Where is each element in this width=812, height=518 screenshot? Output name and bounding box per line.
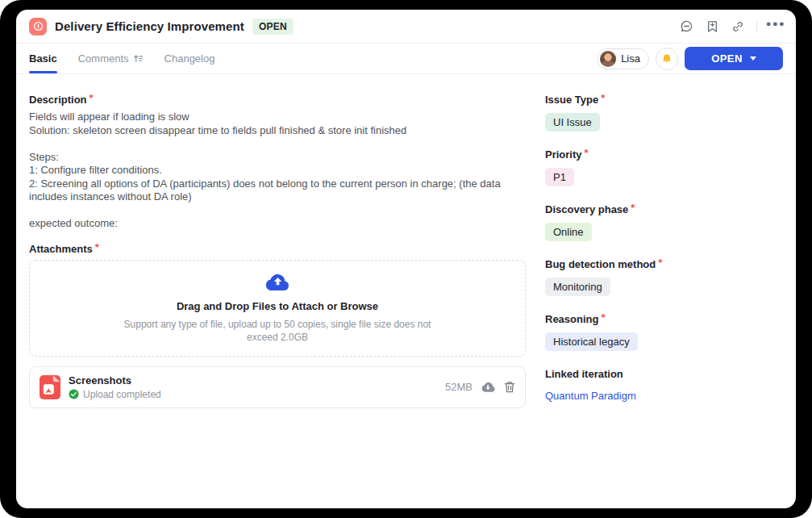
delete-icon[interactable]: [504, 381, 515, 393]
field-block: Priority * P1: [545, 148, 783, 186]
tab-bar-right: Lisa OPEN: [597, 47, 783, 70]
required-asterisk: *: [585, 148, 589, 158]
field-block: Bug detection method * Monitoring: [545, 258, 783, 296]
required-asterisk: *: [601, 93, 605, 103]
issue-body: Description * Fields will appear if load…: [16, 74, 796, 432]
tab-changelog[interactable]: Changelog: [164, 44, 215, 73]
attachments-label: Attachments: [29, 243, 93, 255]
description-label: Description: [29, 94, 87, 106]
tab-basic[interactable]: Basic: [29, 44, 57, 73]
header-actions: ●●●: [679, 19, 783, 34]
cloud-upload-icon: [264, 271, 292, 291]
required-asterisk: *: [658, 257, 662, 268]
download-icon[interactable]: [481, 382, 495, 392]
file-status-text: Upload completed: [83, 389, 161, 400]
field-label-row: Issue Type *: [545, 94, 783, 106]
field-block: Reasoning * Historical legacy: [545, 313, 783, 351]
left-column: Description * Fields will appear if load…: [29, 94, 526, 420]
description-text: Fields will appear if loading is slow So…: [29, 111, 526, 231]
dropzone-title: Drag and Drop Files to Attach or Browse: [38, 300, 517, 312]
link-icon[interactable]: [731, 19, 745, 34]
tab-changelog-label: Changelog: [164, 52, 215, 65]
linked-iteration-label-row: Linked iteration: [545, 368, 783, 380]
required-asterisk: *: [631, 203, 635, 213]
field-label-row: Reasoning *: [545, 313, 783, 325]
field-list: Issue Type * UI Issue Priority * P1: [545, 94, 783, 351]
issue-detail-card: Delivery Efficiency Improvement OPEN: [16, 10, 796, 508]
file-meta: Screenshots Upload completed: [69, 374, 161, 400]
page-title: Delivery Efficiency Improvement: [55, 19, 244, 33]
linked-iteration-block: Linked iteration Quantum Paradigm: [545, 368, 783, 403]
tab-comments-label: Comments: [78, 52, 129, 65]
status-badge: OPEN: [252, 19, 294, 35]
field-label: Issue Type: [545, 94, 598, 106]
attachment-row: Screenshots Upload completed: [29, 366, 526, 408]
tab-bar: Basic Comments Changelog: [16, 44, 796, 74]
status-dropdown-label: OPEN: [711, 52, 742, 65]
chevron-down-icon: [750, 56, 756, 61]
tab-basic-label: Basic: [29, 52, 57, 65]
assignee-name: Lisa: [621, 52, 640, 65]
dropzone-hint: Support any type of file, upload up to 5…: [119, 318, 435, 344]
description-line: 1: Configure filter conditions.: [29, 164, 526, 178]
field-label: Bug detection method: [545, 258, 656, 270]
field-label: Discovery phase: [545, 203, 628, 215]
sort-ascending-icon: [133, 53, 144, 64]
field-block: Issue Type * UI Issue: [545, 94, 783, 132]
description-label-row: Description *: [29, 94, 526, 106]
file-name: Screenshots: [69, 374, 161, 386]
linked-iteration-link[interactable]: Quantum Paradigm: [545, 390, 636, 402]
field-value-tag[interactable]: Online: [545, 223, 592, 241]
description-line: [29, 137, 526, 151]
required-asterisk: *: [90, 93, 94, 103]
tabs: Basic Comments Changelog: [29, 44, 235, 73]
field-label-row: Discovery phase *: [545, 203, 783, 215]
file-actions: 52MB: [445, 381, 515, 393]
notification-bell-button[interactable]: [656, 48, 678, 70]
field-label-row: Bug detection method *: [545, 258, 783, 270]
description-line: expected outcome:: [29, 217, 526, 231]
check-circle-icon: [69, 389, 79, 399]
field-block: Discovery phase * Online: [545, 203, 783, 241]
right-column: Issue Type * UI Issue Priority * P1: [545, 94, 783, 420]
issue-type-icon: [29, 18, 47, 36]
field-label-row: Priority *: [545, 148, 783, 161]
description-line: [29, 204, 526, 218]
pdf-file-icon: [40, 375, 60, 399]
bookmark-add-icon[interactable]: [705, 19, 719, 34]
avatar: [600, 51, 616, 67]
field-label: Reasoning: [545, 313, 598, 325]
description-line: 2: Screening all options of DA (particip…: [29, 178, 526, 204]
tab-comments[interactable]: Comments: [78, 44, 144, 73]
file-size: 52MB: [445, 381, 473, 393]
bell-icon: [661, 53, 673, 65]
field-value-tag[interactable]: Historical legacy: [545, 332, 638, 351]
comment-icon[interactable]: [679, 19, 693, 34]
required-asterisk: *: [95, 242, 99, 253]
more-icon[interactable]: ●●●: [768, 19, 783, 34]
assignee-pill[interactable]: Lisa: [597, 48, 649, 69]
attachments-label-row: Attachments *: [29, 243, 526, 255]
linked-iteration-label: Linked iteration: [545, 368, 623, 380]
field-label: Priority: [545, 148, 582, 161]
field-value-tag[interactable]: Monitoring: [545, 278, 610, 296]
description-line: Steps:: [29, 151, 526, 165]
field-value-tag[interactable]: UI Issue: [545, 113, 600, 132]
status-dropdown-button[interactable]: OPEN: [685, 47, 783, 70]
header-divider: [756, 21, 757, 32]
description-line: Fields will appear if loading is slow: [29, 111, 526, 124]
title-row: Delivery Efficiency Improvement OPEN: [16, 10, 796, 44]
file-status-row: Upload completed: [69, 389, 161, 400]
field-value-tag[interactable]: P1: [545, 168, 574, 186]
required-asterisk: *: [601, 312, 605, 323]
file-dropzone[interactable]: Drag and Drop Files to Attach or Browse …: [29, 260, 526, 357]
window-frame: Delivery Efficiency Improvement OPEN: [0, 0, 812, 518]
description-line: Solution: skeleton screen disappear time…: [29, 124, 526, 138]
